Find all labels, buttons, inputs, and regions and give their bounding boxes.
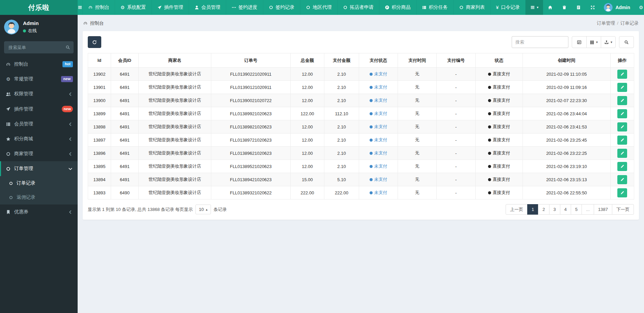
edit-button[interactable] — [617, 136, 627, 145]
edit-button[interactable] — [617, 109, 627, 118]
refresh-icon — [92, 40, 97, 45]
sidebar-section: 权限管理 — [0, 87, 78, 101]
page-button-3[interactable]: 3 — [549, 204, 560, 215]
search-button[interactable] — [619, 36, 634, 48]
sidebar-item-2[interactable]: ⚙常规管理new — [0, 72, 78, 87]
bookmark-icon — [6, 210, 11, 215]
status-dot-icon — [370, 139, 373, 142]
sidebar-item-3[interactable]: 权限管理 — [0, 87, 78, 101]
breadcrumb-parent[interactable]: 订单管理 — [597, 21, 615, 26]
nav-item-8[interactable]: 拓店者申请 — [337, 0, 379, 15]
nav-item-5[interactable]: 签约进度 — [226, 0, 263, 15]
sidebar-subitem-订单记录[interactable]: 订单记录 — [0, 176, 78, 190]
admin-menu[interactable]: Admin — [600, 0, 634, 15]
page-button-4[interactable]: 4 — [560, 204, 571, 215]
cell-pay-time: 无 — [398, 120, 437, 134]
sidebar-section: 优惠券 — [0, 204, 78, 219]
cell-merchant: 世纪陆壹捌美妆形象设计店 — [139, 68, 211, 81]
page-button-2[interactable]: 2 — [538, 204, 549, 215]
cell-member-id: 6491 — [111, 173, 139, 186]
edit-pencil-icon — [620, 177, 624, 182]
sidebar-section: 控制台hot — [0, 57, 78, 72]
status-dot-icon — [488, 152, 491, 155]
search-icon — [624, 40, 629, 45]
nav-item-11[interactable]: 商家列表 — [453, 0, 490, 15]
page-button-1[interactable]: 1 — [527, 204, 538, 215]
table-search-input[interactable] — [512, 36, 568, 48]
cell-pay-no: - — [437, 160, 476, 173]
status-dot-icon — [488, 178, 491, 181]
sidebar-item-1[interactable]: 控制台hot — [0, 57, 78, 72]
log-button[interactable] — [571, 0, 586, 15]
edit-button[interactable] — [617, 122, 627, 131]
sidebar-item-label: 权限管理 — [14, 91, 64, 97]
users-icon — [6, 92, 11, 97]
nav-item-9[interactable]: P积分商品 — [379, 0, 416, 15]
export-button[interactable]: ▾ — [601, 36, 616, 48]
menu-dropdown-button[interactable]: ▾ — [526, 0, 543, 15]
cell-created: 2021-02-06 23:19:10 — [523, 160, 611, 173]
page-size-select[interactable]: 10 ▴ — [195, 204, 211, 214]
page-button-1387[interactable]: 1387 — [594, 204, 612, 215]
sidebar-item-5[interactable]: 会员管理 — [0, 117, 78, 131]
sidebar-section: 插件管理new — [0, 101, 78, 117]
cell-pay-no: - — [437, 134, 476, 147]
nav-item-6[interactable]: 签约记录 — [263, 0, 300, 15]
sidebar-subitem-返佣记录[interactable]: 返佣记录 — [0, 190, 78, 204]
edit-button[interactable] — [617, 83, 627, 92]
status-dot-icon — [488, 112, 491, 115]
edit-button[interactable] — [617, 162, 627, 171]
gauge-icon — [6, 62, 11, 67]
cell-paid: 2.10 — [324, 120, 359, 134]
navbar-right: ▾Admin⚙ — [526, 0, 644, 15]
nav-item-4[interactable]: 会员管理 — [189, 0, 226, 15]
send-icon — [6, 106, 11, 112]
fullscreen-button[interactable] — [586, 0, 600, 15]
search-icon — [65, 45, 70, 50]
prev-page-button[interactable]: 上一页 — [506, 204, 528, 215]
cell-order-no: FLL01390021020722 — [211, 94, 291, 107]
chevron-left-icon — [68, 151, 73, 156]
sidebar-item-9[interactable]: 优惠券 — [0, 204, 78, 219]
sidebar-item-6[interactable]: 积分商城 — [0, 131, 78, 146]
edit-button[interactable] — [617, 175, 627, 184]
sidebar-item-8[interactable]: 订单管理 — [0, 161, 78, 176]
nav-item-1[interactable]: 控制台 — [82, 0, 115, 15]
cell-id: 13900 — [88, 94, 111, 107]
next-page-button[interactable]: 下一页 — [612, 204, 634, 215]
brand-logo[interactable]: 付乐啦 — [0, 0, 78, 15]
edit-button[interactable] — [617, 70, 627, 79]
cell-actions — [611, 81, 634, 94]
log-icon — [576, 5, 581, 10]
columns-button[interactable]: ▾ — [586, 36, 601, 48]
sidebar-toggle-button[interactable] — [78, 0, 82, 15]
settings-button[interactable]: ⚙ — [634, 0, 644, 15]
cell-actions — [611, 134, 634, 147]
edit-button[interactable] — [617, 149, 627, 158]
nav-item-2[interactable]: ⚙系统配置 — [115, 0, 152, 15]
nav-item-7[interactable]: 地区代理 — [300, 0, 337, 15]
toggle-view-button[interactable] — [572, 36, 587, 48]
home-button[interactable] — [543, 0, 557, 15]
cell-pay-status: 未支付 — [359, 147, 398, 160]
sidebar-item-label: 订单管理 — [14, 166, 64, 172]
status-dot-icon — [488, 139, 491, 142]
sidebar-item-4[interactable]: 插件管理new — [0, 101, 78, 117]
edit-button[interactable] — [617, 188, 627, 197]
nav-item-10[interactable]: 积分任务 — [416, 0, 453, 15]
edit-button[interactable] — [617, 96, 627, 105]
cell-created: 2021-02-09 11:09:16 — [523, 81, 611, 94]
sidebar-item-7[interactable]: 商家管理 — [0, 146, 78, 161]
cell-member-id: 6491 — [111, 107, 139, 120]
gear-icon: ⚙ — [6, 77, 11, 82]
nav-item-12[interactable]: ¥口令记录 — [490, 0, 526, 15]
refresh-button[interactable] — [88, 36, 101, 48]
admin-label: Admin — [615, 5, 630, 10]
status-dot-icon — [370, 165, 373, 168]
page-button-5[interactable]: 5 — [571, 204, 582, 215]
trash-button[interactable] — [557, 0, 571, 15]
cell-actions — [611, 94, 634, 107]
nav-item-label: 拓店者申请 — [350, 4, 374, 10]
nav-item-3[interactable]: 插件管理 — [152, 0, 189, 15]
sidebar-search-input[interactable] — [4, 41, 74, 53]
